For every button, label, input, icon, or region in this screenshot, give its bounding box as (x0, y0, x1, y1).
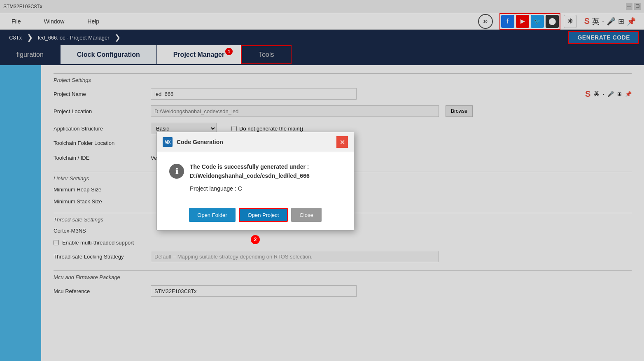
dialog-body: ℹ The Code is successfully generated und… (157, 152, 354, 208)
dialog-title: Code Generation (177, 139, 336, 145)
close-dialog-button[interactable]: Close (291, 208, 321, 222)
info-icon: ℹ (169, 164, 184, 179)
dialog-close-button[interactable]: ✕ (336, 136, 348, 148)
code-generation-dialog: MX Code Generation ✕ ℹ The Code is succe… (156, 132, 354, 231)
dialog-logo: MX (165, 140, 171, 144)
open-project-button[interactable]: Open Project (239, 208, 288, 222)
dialog-header: MX Code Generation ✕ (157, 132, 354, 152)
open-folder-button[interactable]: Open Folder (189, 208, 235, 222)
dialog-line3: Project language : C (190, 184, 310, 193)
dialog-message: The Code is successfully generated under… (190, 162, 310, 193)
badge-2: 2 (251, 235, 260, 244)
dialog-footer: Open Folder Open Project Close 2 (157, 208, 354, 230)
dialog-header-icon: MX (163, 137, 173, 147)
dialog-overlay: MX Code Generation ✕ ℹ The Code is succe… (0, 0, 644, 361)
dialog-line2: D:/Weidongshanhal_code/csdn_led/led_666 (190, 171, 310, 180)
dialog-info-row: ℹ The Code is successfully generated und… (169, 162, 341, 193)
dialog-line1: The Code is successfully generated under… (190, 162, 310, 171)
